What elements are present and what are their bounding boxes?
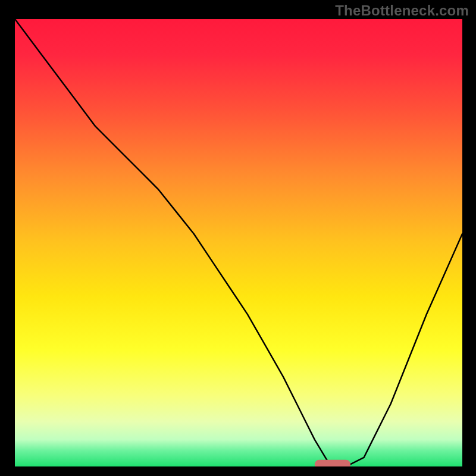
bottleneck-chart [15,19,462,466]
optimal-marker [315,460,350,466]
watermark-label: TheBottleneck.com [335,2,469,19]
gradient-backdrop [15,19,462,466]
